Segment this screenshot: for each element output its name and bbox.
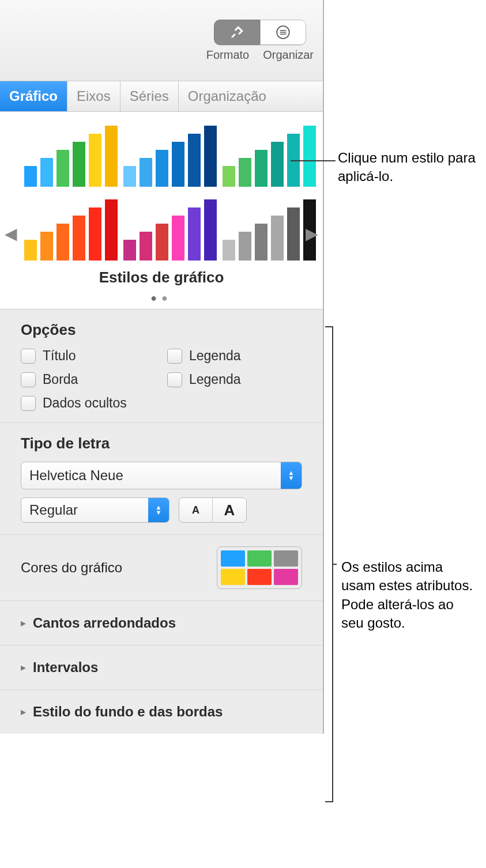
bar-icon	[73, 142, 85, 187]
checkbox-title-label: Título	[43, 348, 76, 364]
bar-icon	[24, 166, 37, 187]
chart-style-thumb-6[interactable]	[223, 197, 316, 261]
bar-icon	[223, 240, 235, 261]
bar-icon	[204, 199, 217, 261]
tab-arrange[interactable]: Organização	[179, 81, 323, 111]
styles-title: Estilos de gráfico	[3, 269, 319, 286]
disclosure-rounded-label: Cantos arredondados	[33, 615, 176, 631]
chevron-right-icon: ▸	[21, 661, 26, 674]
font-size-increase[interactable]: A	[213, 498, 246, 522]
bar-icon	[287, 207, 300, 261]
bar-icon	[56, 150, 69, 187]
bar-icon	[188, 134, 201, 187]
bar-icon	[156, 150, 168, 187]
font-weight-value: Regular	[21, 502, 148, 518]
color-swatch	[247, 550, 272, 567]
disclosure-rounded-corners[interactable]: ▸ Cantos arredondados	[0, 601, 323, 646]
font-family-value: Helvetica Neue	[21, 467, 281, 484]
callout-styles: Clique num estilo para aplicá-lo.	[338, 149, 482, 186]
checkbox-border-label: Borda	[43, 372, 78, 387]
bar-icon	[303, 126, 316, 187]
font-size-decrease[interactable]: A	[179, 498, 213, 522]
chart-styles-area: ◀ ▶ Estilos de gráfico ●●	[0, 112, 323, 310]
font-weight-select[interactable]: Regular ▲▼	[21, 497, 169, 523]
organize-label: Organizar	[263, 48, 314, 62]
bar-icon	[105, 199, 118, 261]
disclosure-intervals[interactable]: ▸ Intervalos	[0, 646, 323, 690]
bar-icon	[105, 126, 118, 187]
checkbox-hidden-data[interactable]: Dados ocultos	[21, 395, 156, 411]
color-swatch	[247, 569, 272, 585]
bar-icon	[24, 240, 37, 261]
checkbox-legend2-label: Legenda	[189, 372, 241, 387]
top-toolbar: Formato Organizar	[0, 0, 323, 81]
bar-icon	[239, 158, 251, 187]
disclosure-intervals-label: Intervalos	[33, 659, 98, 675]
chevron-right-icon: ▸	[21, 617, 26, 629]
callout-bracket	[325, 326, 333, 802]
bar-icon	[56, 224, 69, 261]
checkbox-legend-1[interactable]: Legenda	[167, 348, 302, 364]
chart-colors-label: Cores do gráfico	[21, 560, 122, 576]
bar-icon	[73, 216, 85, 261]
color-swatch	[221, 569, 245, 585]
bar-icon	[255, 224, 268, 261]
chart-style-thumb-2[interactable]	[123, 123, 217, 187]
bar-icon	[223, 166, 235, 187]
organize-button[interactable]	[260, 20, 306, 45]
bar-icon	[140, 232, 152, 261]
bar-icon	[188, 207, 201, 261]
chart-style-thumb-1[interactable]	[24, 123, 118, 187]
chart-style-thumb-5[interactable]	[123, 197, 217, 261]
inspector-tabs: Gráfico Eixos Séries Organização	[0, 81, 323, 112]
bar-icon	[123, 166, 136, 187]
bar-icon	[172, 216, 184, 261]
chevron-right-icon: ▸	[21, 705, 26, 718]
callout-leader	[291, 160, 336, 161]
format-button[interactable]	[214, 20, 260, 45]
bar-icon	[239, 232, 251, 261]
callout-attributes: Os estilos acima usam estes atributos. P…	[341, 558, 480, 633]
options-section: Opções Título Legenda Borda Legenda Dado…	[0, 310, 323, 423]
bar-icon	[255, 150, 268, 187]
bar-icon	[40, 158, 53, 187]
font-family-select[interactable]: Helvetica Neue ▲▼	[21, 462, 302, 489]
bar-icon	[123, 240, 136, 261]
bar-icon	[156, 224, 168, 261]
bar-icon	[204, 126, 217, 187]
tab-axes[interactable]: Eixos	[67, 81, 120, 111]
color-swatch	[274, 550, 298, 567]
bar-icon	[140, 158, 152, 187]
chart-style-thumb-3[interactable]	[223, 123, 316, 187]
checkbox-border[interactable]: Borda	[21, 372, 156, 387]
bar-icon	[89, 134, 101, 187]
chevron-up-down-icon: ▲▼	[148, 498, 169, 522]
styles-prev[interactable]: ◀	[5, 224, 17, 243]
chart-colors-well[interactable]	[217, 546, 302, 589]
paintbrush-icon	[229, 25, 244, 40]
checkbox-title[interactable]: Título	[21, 348, 156, 364]
options-header: Opções	[21, 321, 302, 339]
chevron-up-down-icon: ▲▼	[281, 462, 302, 489]
styles-next[interactable]: ▶	[306, 224, 318, 243]
font-header: Tipo de letra	[21, 435, 302, 452]
styles-page-dots: ●●	[3, 292, 319, 304]
checkbox-legend-2[interactable]: Legenda	[167, 372, 302, 387]
format-label: Formato	[206, 48, 249, 62]
bar-icon	[172, 142, 184, 187]
chart-style-thumb-4[interactable]	[24, 197, 118, 261]
color-swatch	[274, 569, 298, 585]
checkbox-hidden-label: Dados ocultos	[43, 395, 127, 411]
checkbox-legend1-label: Legenda	[189, 348, 241, 364]
bar-icon	[271, 216, 284, 261]
chart-colors-section: Cores do gráfico	[0, 535, 323, 601]
disclosure-bg-label: Estilo do fundo e das bordas	[33, 704, 223, 720]
lines-icon	[276, 25, 291, 40]
font-size-stepper: A A	[179, 497, 247, 523]
bar-icon	[89, 207, 101, 261]
bar-icon	[40, 232, 53, 261]
disclosure-background-borders[interactable]: ▸ Estilo do fundo e das bordas	[0, 690, 323, 734]
tab-series[interactable]: Séries	[120, 81, 179, 111]
font-section: Tipo de letra Helvetica Neue ▲▼ Regular …	[0, 423, 323, 535]
tab-chart[interactable]: Gráfico	[0, 81, 67, 111]
